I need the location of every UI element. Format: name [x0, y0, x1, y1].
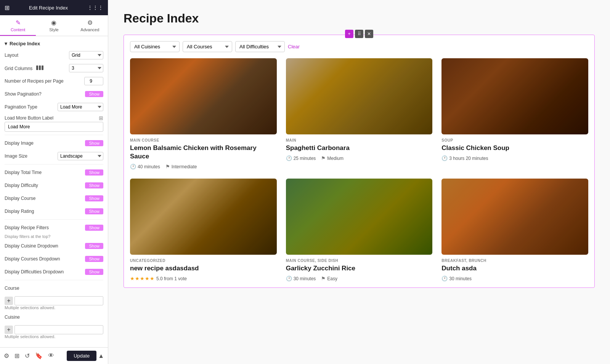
bookmark-icon[interactable]: 🔖: [35, 352, 43, 359]
recipe-card[interactable]: MAIN Spaghetti Carbonara 🕐 25 minutes ⚑ …: [286, 58, 433, 169]
display-difficulty-setting: Display Difficulty Show: [5, 180, 103, 190]
show-pagination-toggle[interactable]: Show: [85, 91, 103, 97]
display-difficulty-toggle[interactable]: Show: [85, 182, 103, 188]
recipe-name: Spaghetti Carbonara: [286, 144, 433, 152]
display-course-toggle[interactable]: Show: [85, 195, 103, 201]
course-filter[interactable]: All Courses: [183, 41, 232, 52]
clear-filter-link[interactable]: Clear: [288, 44, 300, 49]
recipes-per-page-label: Number of Recipes per Page: [5, 78, 84, 84]
chevron-up-button[interactable]: ▲: [98, 353, 104, 359]
recipe-image-3: [441, 58, 588, 134]
tab-content-label: Content: [11, 27, 26, 32]
display-recipe-filters-toggle[interactable]: Show: [85, 225, 103, 231]
recipe-card[interactable]: BREAKFAST, BRUNCH Dutch asda 🕐 30 minute…: [441, 179, 588, 281]
difficulty-filter[interactable]: All Difficulties: [235, 41, 285, 52]
display-rating-toggle[interactable]: Show: [85, 208, 103, 214]
pagination-type-label: Pagination Type: [5, 104, 58, 110]
image-size-label: Image Size: [5, 153, 58, 159]
settings-icon[interactable]: ⚙: [4, 352, 9, 359]
sidebar-header: ⊞ Edit Recipe Index ⋮⋮⋮: [0, 0, 108, 15]
clock-icon: 🕐: [441, 276, 448, 281]
cuisine-filter[interactable]: All Cuisines: [130, 41, 180, 52]
widget-toolbar: + ⠿ ✕: [345, 30, 373, 38]
recipe-image-4: [130, 179, 277, 255]
cuisine-setting: Cuisine: [5, 312, 103, 322]
tab-content[interactable]: ✎ Content: [0, 15, 36, 36]
recipe-rating: ★ ★ ★ ★ ★ 5.0 from 1 vote: [130, 276, 187, 281]
recipe-image-overlay: [441, 58, 588, 134]
display-difficulties-dropdown-toggle[interactable]: Show: [85, 269, 103, 275]
cuisine-input[interactable]: [14, 325, 103, 334]
cuisine-add-btn[interactable]: +: [5, 326, 13, 334]
display-difficulties-dropdown-setting: Display Difficulties Dropdown Show: [5, 267, 103, 277]
tab-advanced[interactable]: ⚙ Advanced: [72, 15, 108, 36]
display-image-label: Display Image: [5, 140, 85, 146]
grid-columns-select[interactable]: 1234: [69, 64, 103, 72]
recipe-category: MAIN COURSE: [130, 138, 277, 142]
recipe-card[interactable]: SOUP Classic Chicken Soup 🕐 3 hours 20 m…: [441, 58, 588, 169]
clock-icon: 🕐: [130, 164, 136, 169]
grid-columns-setting: Grid Columns 1234: [5, 63, 103, 73]
layers-icon[interactable]: ⊞: [14, 352, 19, 359]
tab-advanced-label: Advanced: [80, 27, 99, 32]
style-icon: ◉: [51, 19, 56, 26]
recipe-image-6: [441, 179, 588, 255]
recipe-meta: 🕐 25 minutes ⚑ Medium: [286, 155, 433, 161]
sidebar-title: Edit Recipe Index: [29, 5, 68, 11]
recipe-category: MAIN COURSE, SIDE DISH: [286, 259, 433, 263]
load-more-icon: ⊞: [99, 115, 103, 121]
recipe-meta: 🕐 3 hours 20 minutes: [441, 155, 588, 161]
widget-move-btn[interactable]: ⠿: [355, 30, 363, 38]
flag-icon: ⚑: [321, 155, 326, 161]
display-rating-label: Display Rating: [5, 209, 85, 214]
load-more-label-label: Load More Button Label: [5, 115, 99, 121]
recipe-card[interactable]: UNCATEGORIZED new recipe asdasdasd ★ ★ ★…: [130, 179, 277, 281]
recipe-name: Dutch asda: [441, 264, 588, 273]
display-image-setting: Display Image Show: [5, 138, 103, 148]
recipe-card[interactable]: MAIN COURSE Lemon Balsamic Chicken with …: [130, 58, 277, 169]
course-input[interactable]: [14, 296, 103, 305]
display-total-time-label: Display Total Time: [5, 170, 85, 175]
image-size-select[interactable]: Landscape Square Portrait: [58, 152, 103, 160]
divider-3: [5, 219, 103, 220]
sidebar: ⊞ Edit Recipe Index ⋮⋮⋮ ✎ Content ◉ Styl…: [0, 0, 108, 364]
footer-icons: ⚙ ⊞ ↺ 🔖 👁: [4, 352, 54, 359]
divider-4: [5, 280, 103, 280]
tab-style[interactable]: ◉ Style: [36, 15, 72, 36]
sidebar-tabs: ✎ Content ◉ Style ⚙ Advanced: [0, 15, 108, 36]
widget-close-btn[interactable]: ✕: [365, 30, 373, 38]
update-button[interactable]: Update: [67, 351, 96, 361]
main-content: Recipe Index + ⠿ ✕ All Cuisines All Cour…: [108, 0, 610, 364]
recipe-difficulty: ⚑ Medium: [321, 155, 344, 161]
load-more-label-input[interactable]: Load More: [5, 122, 103, 132]
history-icon[interactable]: ↺: [25, 352, 30, 359]
recipe-category: SOUP: [441, 138, 588, 142]
display-cuisine-dropdown-label: Display Cuisine Dropdown: [5, 243, 85, 249]
recipe-card[interactable]: MAIN COURSE, SIDE DISH Garlicky Zucchini…: [286, 179, 433, 281]
recipe-meta: ★ ★ ★ ★ ★ 5.0 from 1 vote: [130, 276, 277, 281]
course-add-btn[interactable]: +: [5, 297, 13, 305]
recipe-name: Lemon Balsamic Chicken with Rosemary Sau…: [130, 144, 277, 161]
recipe-filters: All Cuisines All Courses All Difficultie…: [130, 41, 588, 52]
widget-add-btn[interactable]: +: [345, 30, 353, 38]
display-difficulties-dropdown-label: Display Difficulties Dropdown: [5, 269, 85, 275]
recipes-per-page-input[interactable]: [84, 77, 103, 85]
cuisine-hint: Multiple selections allowed.: [5, 334, 103, 339]
clock-icon: 🕐: [286, 155, 292, 161]
display-cuisine-dropdown-toggle[interactable]: Show: [85, 243, 103, 249]
eye-icon[interactable]: 👁: [48, 352, 54, 359]
recipe-difficulty-value: Intermediate: [172, 164, 197, 169]
pagination-type-setting: Pagination Type Load More Numbered: [5, 102, 103, 112]
pagination-type-select[interactable]: Load More Numbered: [58, 103, 103, 111]
display-courses-dropdown-toggle[interactable]: Show: [85, 256, 103, 262]
divider-1: [5, 135, 103, 135]
star-2: ★: [135, 276, 140, 281]
recipe-difficulty: ⚑ Intermediate: [165, 164, 197, 169]
recipe-image-5: [286, 179, 433, 255]
recipe-difficulty-value: Medium: [327, 156, 344, 161]
display-image-toggle[interactable]: Show: [85, 140, 103, 146]
sidebar-grid-toggle[interactable]: ⋮⋮⋮: [87, 5, 103, 11]
layout-select[interactable]: Grid List: [69, 51, 103, 59]
display-total-time-toggle[interactable]: Show: [85, 169, 103, 176]
page-title: Recipe Index: [124, 11, 595, 26]
